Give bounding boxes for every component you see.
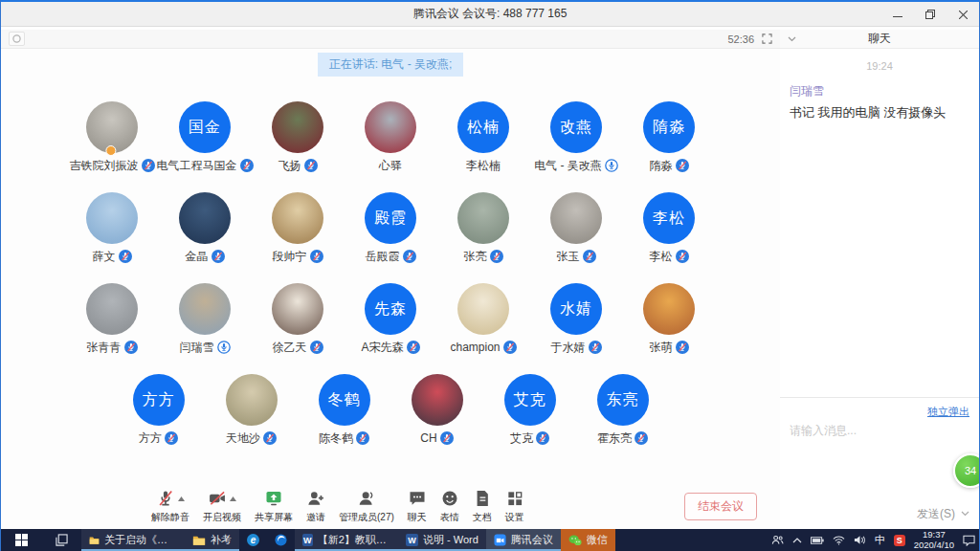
participant[interactable]: 段帅宁 bbox=[252, 192, 345, 264]
send-options-chevron-icon[interactable] bbox=[961, 511, 969, 517]
participant-name: 闫瑞雪 bbox=[180, 340, 214, 356]
participant[interactable]: 张亮 bbox=[437, 192, 530, 264]
participant[interactable]: 张玉 bbox=[530, 192, 623, 264]
people-tray-icon[interactable] bbox=[771, 535, 784, 545]
start-button[interactable] bbox=[1, 529, 41, 551]
participant[interactable]: 张萌 bbox=[623, 283, 716, 355]
participant[interactable]: 方方方方 bbox=[112, 374, 205, 446]
participant[interactable]: CH bbox=[390, 374, 483, 446]
meeting-info-button[interactable] bbox=[9, 32, 25, 46]
toolbar-camera-off[interactable]: 开启视频 bbox=[196, 488, 248, 524]
participant-row: 方方方方天地沙冬鹤陈冬鹤CH艾克艾克东亮霍东亮 bbox=[1, 374, 780, 446]
participant[interactable]: 金晶 bbox=[159, 192, 252, 264]
input-method-indicator[interactable]: 中 bbox=[875, 533, 885, 547]
participant[interactable]: 李松李松 bbox=[623, 192, 716, 264]
taskbar-item-folder[interactable]: 关于启动《教职工... bbox=[81, 529, 185, 551]
participant[interactable]: 先森A宋先森 bbox=[345, 283, 437, 355]
chat-collapse-button[interactable] bbox=[788, 36, 796, 42]
taskbar-item-folder[interactable]: 补考 bbox=[185, 529, 239, 551]
tray-expand-chevron-icon[interactable] bbox=[792, 538, 802, 543]
toolbar-mic-muted[interactable]: 解除静音 bbox=[145, 488, 196, 524]
taskbar-item-word[interactable]: W【新2】教职工重... bbox=[295, 529, 398, 551]
unmute-icon bbox=[156, 489, 175, 508]
participant[interactable]: 东亮霍东亮 bbox=[576, 374, 669, 446]
participant-name: 于水婧 bbox=[551, 340, 586, 356]
participant-name: 李松 bbox=[650, 249, 673, 265]
mic-muted-icon bbox=[676, 250, 689, 263]
participant[interactable]: 改燕电气 - 吴改燕 bbox=[530, 101, 623, 173]
participant-name: 金晶 bbox=[186, 249, 209, 265]
participant[interactable]: 水婧于水婧 bbox=[530, 283, 623, 355]
participant-avatar: 方方 bbox=[133, 374, 185, 426]
toolbar-chat[interactable]: 聊天 bbox=[401, 488, 434, 524]
participant[interactable]: champion bbox=[437, 283, 530, 355]
mic-muted-icon bbox=[490, 250, 503, 263]
toolbar-settings[interactable]: 设置 bbox=[499, 488, 531, 524]
tray-clock[interactable]: 19:37 2020/4/10 bbox=[914, 530, 954, 550]
participant-avatar bbox=[272, 192, 323, 244]
banner-row: 正在讲话: 电气 - 吴改燕; bbox=[1, 53, 780, 77]
participant-name: 霍东亮 bbox=[597, 430, 632, 447]
taskbar-item-edge[interactable]: e bbox=[239, 529, 267, 551]
participant[interactable]: 松楠李松楠 bbox=[437, 101, 530, 173]
chat-popout-link[interactable]: 独立弹出 bbox=[927, 406, 969, 417]
floating-notification-bubble[interactable]: 34 bbox=[953, 453, 980, 488]
participant[interactable]: 闫瑞雪 bbox=[159, 283, 252, 355]
settings-icon bbox=[505, 489, 524, 508]
task-view-button[interactable] bbox=[41, 529, 81, 551]
toolbar-docs[interactable]: 文档 bbox=[466, 488, 499, 524]
mic-muted-icon bbox=[589, 341, 602, 354]
chat-input[interactable] bbox=[780, 419, 979, 498]
taskbar-item-browser[interactable] bbox=[267, 529, 295, 551]
participant[interactable]: 隋淼隋淼 bbox=[623, 101, 716, 173]
participant-name: 张萌 bbox=[650, 340, 673, 356]
participant[interactable]: 徐乙天 bbox=[252, 283, 345, 355]
participant[interactable]: 薛文 bbox=[66, 192, 159, 264]
message-sender: 闫瑞雪 bbox=[790, 83, 969, 99]
edge-icon: e bbox=[247, 534, 259, 546]
participant-name-row: 李松楠 bbox=[466, 158, 501, 173]
participant[interactable]: 心驿 bbox=[345, 101, 437, 173]
volume-icon[interactable] bbox=[854, 535, 866, 545]
participant-name-row: A宋先森 bbox=[361, 340, 419, 355]
chat-footer: 发送(S) bbox=[780, 498, 979, 529]
close-button[interactable] bbox=[947, 2, 979, 27]
sogou-input-icon[interactable]: S bbox=[894, 535, 905, 546]
chevron-down-icon bbox=[788, 36, 796, 42]
participant[interactable]: 国金电气工程马国金 bbox=[159, 101, 252, 173]
toolbar-members[interactable]: 管理成员(27) bbox=[332, 488, 401, 524]
wifi-icon[interactable] bbox=[833, 536, 845, 545]
taskbar-item-meeting[interactable]: 腾讯会议 bbox=[486, 529, 561, 551]
participant-avatar: 冬鹤 bbox=[319, 374, 370, 426]
taskbar-item-word[interactable]: W说明 - Word bbox=[398, 529, 486, 551]
participant[interactable]: 天地沙 bbox=[205, 374, 298, 446]
minimize-button[interactable] bbox=[881, 2, 914, 27]
chat-panel: 聊天 19:24 闫瑞雪 书记 我用的电脑 没有摄像头 独立弹出 发送(S) bbox=[780, 30, 979, 529]
restore-button[interactable] bbox=[914, 2, 947, 27]
taskbar-items: 关于启动《教职工...补考eW【新2】教职工重...W说明 - Word腾讯会议… bbox=[81, 529, 615, 551]
tray-time: 19:37 bbox=[914, 530, 954, 540]
participant[interactable]: 冬鹤陈冬鹤 bbox=[298, 374, 390, 446]
toolbar-emoji[interactable]: 表情 bbox=[434, 488, 466, 524]
caret-up-icon[interactable] bbox=[230, 496, 236, 501]
tencent-meeting-icon bbox=[494, 534, 506, 546]
caret-up-icon[interactable] bbox=[178, 496, 185, 501]
toolbar-invite[interactable]: 邀请 bbox=[300, 488, 332, 524]
participant[interactable]: 张青青 bbox=[66, 283, 159, 355]
fullscreen-button[interactable] bbox=[762, 33, 772, 44]
participant-avatar: 东亮 bbox=[597, 374, 649, 426]
battery-icon[interactable] bbox=[811, 536, 824, 545]
participant-avatar: 国金 bbox=[179, 101, 231, 153]
participant-avatar bbox=[550, 192, 602, 244]
taskbar-item-wechat[interactable]: 微信 bbox=[561, 529, 615, 551]
send-button[interactable]: 发送(S) bbox=[917, 506, 955, 522]
action-center-icon[interactable] bbox=[963, 535, 975, 546]
mic-muted-icon bbox=[310, 250, 323, 263]
participant[interactable]: 殿霞岳殿霞 bbox=[345, 192, 437, 264]
chat-header: 聊天 bbox=[780, 30, 979, 49]
participant[interactable]: 艾克艾克 bbox=[483, 374, 576, 446]
toolbar-share-screen[interactable]: 共享屏幕 bbox=[248, 488, 300, 524]
end-meeting-button[interactable]: 结束会议 bbox=[684, 493, 757, 520]
participant[interactable]: 飞扬 bbox=[252, 101, 345, 173]
participant[interactable]: 吉铁院刘振波 bbox=[66, 101, 159, 173]
